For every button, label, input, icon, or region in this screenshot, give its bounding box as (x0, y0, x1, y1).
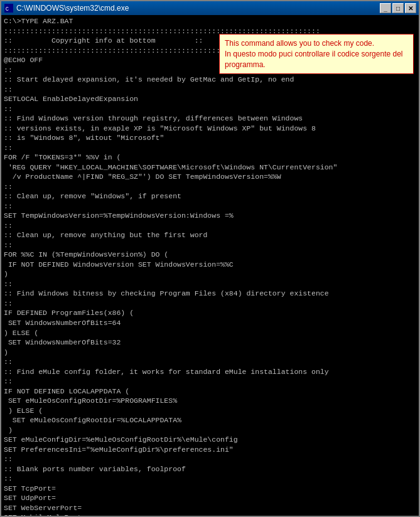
terminal-line: :: (4, 104, 416, 114)
terminal-line: ) (4, 269, 416, 279)
tooltip-line1: This command allows you to check my code… (225, 39, 374, 48)
terminal-line: SET TcpPort= (4, 484, 416, 494)
terminal-line: :: Clean up, remove "Windows", if presen… (4, 191, 416, 201)
terminal-line: ) ELSE ( (4, 328, 416, 338)
terminal-line: :: (4, 376, 416, 386)
terminal-line: :: (4, 221, 416, 231)
window-controls: _ □ ✕ (380, 3, 416, 13)
cmd-window: C C:\WINDOWS\system32\cmd.exe _ □ ✕ This… (0, 0, 420, 517)
terminal-line: IF DEFINED ProgramFiles(x86) ( (4, 308, 416, 318)
terminal-line: SET MobileMulePort= (4, 513, 416, 516)
terminal-line: :: (4, 279, 416, 289)
title-bar: C C:\WINDOWS\system32\cmd.exe _ □ ✕ (1, 1, 419, 15)
terminal-line: SET WindowsNumberOfBits=32 (4, 338, 416, 348)
terminal-line: SET eMuleOsConfigRootDir=%PROGRAMFILES% (4, 396, 416, 406)
terminal-line: C:\>TYPE ARZ.BAT (4, 16, 416, 26)
terminal-line: :: Find Windows bitness by checking Prog… (4, 289, 416, 299)
tooltip-box: This command allows you to check my code… (219, 34, 414, 74)
terminal-line: SET WindowsNumberOfBits=64 (4, 318, 416, 328)
terminal-line: :: Clean up, remove anything but the fir… (4, 230, 416, 240)
terminal-line: SET eMuleOsConfigRootDir=%LOCALAPPDATA% (4, 415, 416, 425)
terminal-line: ) (4, 348, 416, 358)
terminal-line: FOR /F "TOKENS=3*" %%V in ( (4, 152, 416, 163)
terminal-line: :: (4, 85, 416, 95)
tooltip-line2: In questo modo puci controllare il codic… (225, 50, 403, 58)
terminal-line: SET PreferencesIni="%eMuleConfigDir%\pre… (4, 445, 416, 455)
terminal-line: ) (4, 425, 416, 435)
close-button[interactable]: ✕ (405, 3, 416, 13)
terminal-line: FOR %%C IN (%TempWindowsVersion%) DO ( (4, 250, 416, 260)
terminal-line: IF NOT DEFINED WindowsVersion SET Window… (4, 260, 416, 270)
tooltip-line3: programma. (225, 60, 266, 69)
terminal-line: :: Blank ports number variables, foolpro… (4, 464, 416, 474)
terminal-line: SET UdpPort= (4, 493, 416, 503)
terminal-line: :: (4, 182, 416, 192)
minimize-button[interactable]: _ (380, 3, 391, 13)
terminal-line: :: Find eMule config folder, it works fo… (4, 367, 416, 377)
terminal-line: :: versions exists, in exaple XP is "Mic… (4, 124, 416, 134)
terminal-line: SET eMuleConfigDir=%eMuleOsConfigRootDir… (4, 435, 416, 445)
cmd-icon: C (4, 3, 14, 13)
terminal-line: :: (4, 474, 416, 484)
terminal-line: :: (4, 240, 416, 250)
terminal-content: This command allows you to check my code… (1, 15, 419, 516)
terminal-line: SETLOCAL EnableDelayedExpansion (4, 94, 416, 104)
window-title: C:\WINDOWS\system32\cmd.exe (16, 4, 380, 13)
terminal-line: :: Start delayed expansion, it's needed … (4, 75, 416, 85)
maximize-button[interactable]: □ (392, 3, 404, 13)
terminal-line: SET WebServerPort= (4, 503, 416, 513)
terminal-line: :: is "Windows 8", witout "Microsoft" (4, 133, 416, 143)
terminal-line: :: Find Windows version through registry… (4, 114, 416, 124)
terminal-line: /v ProductName ^|FIND "REG_SZ"') DO SET … (4, 172, 416, 182)
svg-text:C: C (6, 6, 9, 13)
terminal-lines: C:\>TYPE ARZ.BAT::::::::::::::::::::::::… (4, 16, 416, 516)
terminal-line: :: (4, 201, 416, 211)
terminal-line: :: (4, 143, 416, 153)
terminal-line: :: (4, 454, 416, 464)
terminal-line: ) ELSE ( (4, 406, 416, 416)
terminal-line: :: (4, 299, 416, 309)
terminal-line: SET TempWindowsVersion=%TempWindowsVersi… (4, 211, 416, 221)
terminal-line: IF NOT DEFINED LOCALAPPDATA ( (4, 386, 416, 397)
terminal-line: 'REG QUERY "HKEY_LOCAL_MACHINE\SOFTWARE\… (4, 163, 416, 173)
terminal-line: :: (4, 357, 416, 367)
